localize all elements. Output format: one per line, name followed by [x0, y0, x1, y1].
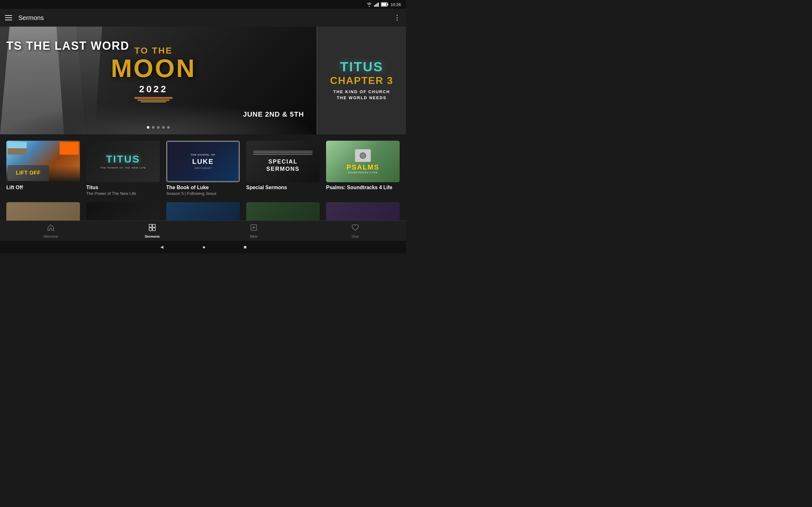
app-bar: Sermons ⋮ [0, 9, 406, 26]
hero-year: 2022 [111, 83, 196, 95]
nav-label-give: Give [352, 234, 359, 238]
nav-item-give[interactable]: Give [305, 224, 406, 238]
series-item-psalms[interactable]: PSALMS SOUNDTRACKS 4 LIFE Psalms: Soundt… [326, 141, 400, 196]
svg-rect-8 [153, 224, 155, 227]
wifi-icon [366, 2, 372, 7]
series-thumb-luke: THE GOSPEL OF LUKE WHO IS JESUS? [166, 141, 240, 182]
dot-2[interactable] [152, 126, 154, 129]
hero-carousel[interactable]: TS THE LAST WORD TO THE MOON 2022 JUNE 2… [0, 26, 406, 134]
hero-side-card[interactable]: TITUS CHAPTER 3 THE KIND OF CHURCHTHE WO… [316, 26, 406, 134]
nav-label-sermons: Sermons [145, 234, 159, 238]
hero-moon-container: TO THE MOON 2022 [111, 46, 196, 102]
sermons-icon [148, 224, 156, 233]
series-item-luke[interactable]: THE GOSPEL OF LUKE WHO IS JESUS? The Boo… [166, 141, 240, 196]
nav-item-bible[interactable]: Bible [203, 224, 305, 238]
series-thumb-titus: TITUS THE POWER OF THE NEW LIFE [86, 141, 160, 182]
series-title-special: Special Sermons [246, 185, 320, 190]
series-thumb-psalms: PSALMS SOUNDTRACKS 4 LIFE [326, 141, 400, 182]
hamburger-icon[interactable] [5, 15, 12, 20]
series-thumb-special: SPECIALSERMONS [246, 141, 320, 182]
svg-rect-9 [149, 228, 152, 231]
psalms-thumb-title: PSALMS [346, 163, 379, 171]
svg-rect-5 [387, 3, 388, 5]
app-bar-left: Sermons [5, 14, 44, 21]
give-icon [351, 224, 359, 233]
battery-icon [381, 2, 389, 7]
series-subtitle-luke: Season 5 | Following Jesus [166, 191, 240, 196]
series-thumb-liftoff: LIFT OFF [6, 141, 80, 182]
liftoff-label: LIFT OFF [16, 170, 41, 176]
hero-moon: MOON [111, 56, 196, 81]
bottom-nav: Welcome Sermons Bible Give [0, 221, 406, 241]
svg-rect-1 [375, 4, 376, 7]
dot-5[interactable] [167, 126, 170, 129]
titus-thumb-title: TITUS [106, 153, 140, 165]
svg-rect-3 [378, 3, 379, 7]
bible-icon [250, 224, 258, 233]
status-time: 10:26 [391, 2, 401, 7]
series-title-liftoff: Lift Off [6, 185, 80, 190]
dot-1[interactable] [147, 126, 149, 129]
titus-card-chapter: CHAPTER 3 [330, 75, 393, 87]
hero-date: JUNE 2ND & 5TH [243, 110, 304, 118]
svg-rect-2 [376, 3, 377, 7]
titus-thumb-sub: THE POWER OF THE NEW LIFE [98, 166, 149, 169]
welcome-icon [47, 224, 55, 233]
status-icons: 10:26 [366, 2, 401, 7]
svg-rect-0 [374, 5, 375, 7]
nav-label-bible: Bible [250, 234, 258, 238]
svg-rect-10 [153, 228, 155, 231]
series-title-titus: Titus [86, 185, 160, 190]
content-area: LIFT OFF Lift Off TITUS THE POWER OF THE… [0, 134, 406, 233]
svg-rect-6 [382, 3, 387, 6]
sys-nav: ◄ ● ■ [0, 241, 406, 253]
back-button[interactable]: ◄ [159, 244, 164, 250]
status-bar: 10:26 [0, 0, 406, 9]
series-item-liftoff[interactable]: LIFT OFF Lift Off [6, 141, 80, 196]
dot-3[interactable] [157, 126, 159, 129]
series-item-special[interactable]: SPECIALSERMONS Special Sermons [246, 141, 320, 196]
series-grid: LIFT OFF Lift Off TITUS THE POWER OF THE… [6, 141, 400, 196]
more-options-icon[interactable]: ⋮ [394, 14, 401, 22]
carousel-dots [147, 126, 170, 129]
signal-icon [374, 2, 379, 7]
titus-card-subtitle: THE KIND OF CHURCHTHE WORLD NEEDS [330, 89, 393, 101]
series-subtitle-titus: The Power of The New Life [86, 191, 160, 196]
series-title-luke: The Book of Luke [166, 185, 240, 190]
series-title-psalms: Psalms: Soundtracks 4 Life [326, 185, 400, 190]
titus-card: TITUS CHAPTER 3 THE KIND OF CHURCHTHE WO… [330, 60, 393, 101]
nav-label-welcome: Welcome [44, 234, 58, 238]
special-thumb-text: SPECIALSERMONS [266, 158, 299, 173]
luke-thumb-title: THE GOSPEL OF [191, 153, 215, 156]
recents-button[interactable]: ■ [244, 244, 247, 250]
app-bar-title: Sermons [18, 14, 44, 21]
series-item-titus[interactable]: TITUS THE POWER OF THE NEW LIFE Titus Th… [86, 141, 160, 196]
svg-rect-7 [149, 224, 152, 227]
hero-main-slide[interactable]: TS THE LAST WORD TO THE MOON 2022 JUNE 2… [0, 26, 316, 134]
nav-item-sermons[interactable]: Sermons [101, 224, 203, 238]
titus-card-title: TITUS [330, 60, 393, 73]
dot-4[interactable] [162, 126, 165, 129]
nav-item-welcome[interactable]: Welcome [0, 224, 101, 238]
home-button[interactable]: ● [202, 244, 206, 250]
